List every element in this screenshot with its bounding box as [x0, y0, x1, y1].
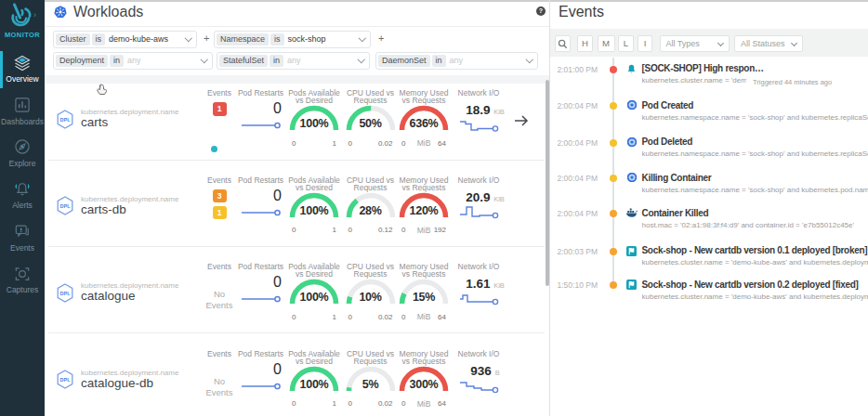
svg-text:DPL: DPL — [60, 291, 72, 296]
svg-text:DPL: DPL — [60, 203, 72, 209]
svg-text:DPL: DPL — [60, 117, 72, 123]
svg-text:DPL: DPL — [60, 377, 72, 383]
